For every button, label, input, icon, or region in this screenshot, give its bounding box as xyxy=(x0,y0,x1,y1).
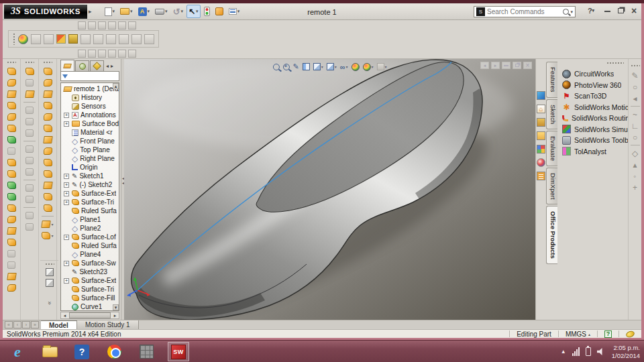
expand-toggle[interactable]: + xyxy=(64,278,69,284)
new-document-button[interactable]: ▾ xyxy=(103,5,117,18)
expand-toggle[interactable]: + xyxy=(64,261,69,266)
taskpane-tab-design-library[interactable] xyxy=(537,118,545,127)
surfaces-toolbar-left-tool-10[interactable] xyxy=(7,168,16,180)
minimize-doc-button[interactable] xyxy=(502,62,511,69)
final-render-button[interactable] xyxy=(93,34,103,44)
features-toolbar-middle-tool-3[interactable] xyxy=(25,88,34,100)
tree-item-annotations[interactable]: +AAnnotations xyxy=(63,111,119,119)
small-tool-12-icon[interactable] xyxy=(128,50,136,58)
tree-item-surface-ext[interactable]: +Surface-Ext xyxy=(63,276,119,285)
small-tool-1-icon[interactable] xyxy=(78,21,86,29)
surfaces-toolbar-left-tool-20[interactable] xyxy=(7,282,16,294)
tree-item-history[interactable]: History xyxy=(63,93,119,102)
addin-solidworks-motion[interactable]: ✱SolidWorks Motion xyxy=(557,102,628,113)
prev-tab-button[interactable]: ‹ xyxy=(13,321,21,328)
taskpane-tab-solidworks-resources[interactable]: ⌂ xyxy=(537,105,545,113)
taskpane-tab-appearances-scenes[interactable] xyxy=(537,158,545,167)
tab-dimxpert[interactable]: DimXpert xyxy=(546,168,557,205)
taskbar-button-bricks-app[interactable] xyxy=(136,342,157,361)
sketch-tool-1-icon[interactable]: ✎ xyxy=(631,70,638,81)
render-appearance-button[interactable] xyxy=(18,34,28,44)
surfaces-toolbar-right-tool-10[interactable] xyxy=(44,168,52,180)
tree-item-right-plane[interactable]: ◇Right Plane xyxy=(63,154,119,163)
view-orientation-button[interactable]: ▾ xyxy=(313,61,324,72)
help-button[interactable]: ?▾ xyxy=(584,6,598,15)
expand-toggle[interactable]: + xyxy=(64,200,69,205)
taskpane-tab-file-explorer[interactable] xyxy=(537,131,545,140)
new-document-dropdown-icon[interactable]: ▾ xyxy=(113,9,115,14)
tab-office-products[interactable]: Office Products xyxy=(546,206,557,264)
toolbar-drag-handle[interactable] xyxy=(7,61,16,64)
toolbar-drag-handle[interactable] xyxy=(25,61,34,64)
features-toolbar-middle-tool-14[interactable] xyxy=(25,194,34,205)
zoom-to-area-button[interactable] xyxy=(282,61,290,72)
surfaces-toolbar-left-tool-5[interactable] xyxy=(7,111,16,123)
rebuild-traffic-light-button[interactable] xyxy=(202,5,212,18)
wireframe-cube-icon[interactable] xyxy=(46,268,54,276)
taskpane-tab-custom-properties[interactable] xyxy=(537,172,545,180)
toolbar-overflow-chevron[interactable]: » xyxy=(46,301,52,303)
hscroll-thumb[interactable] xyxy=(69,312,111,318)
sketch-tool-10-icon[interactable]: + xyxy=(633,182,637,193)
addin-circuitworks[interactable]: CircuitWorks xyxy=(557,68,628,80)
features-toolbar-middle-tool-17[interactable] xyxy=(25,221,34,233)
sketch-tool-9-icon[interactable]: ◦ xyxy=(633,170,636,182)
surfaces-toolbar-left-tool-7[interactable] xyxy=(7,134,16,145)
sketch-tool-5-icon[interactable]: ∟ xyxy=(631,120,639,131)
previous-view-button[interactable]: ✎ xyxy=(292,61,299,72)
small-tool-2-icon[interactable] xyxy=(88,21,96,29)
surfaces-toolbar-left-tool-12[interactable] xyxy=(7,191,16,202)
small-tool-7-icon[interactable] xyxy=(78,50,86,58)
features-toolbar-middle-tool-11[interactable] xyxy=(25,166,34,178)
features-toolbar-middle-tool-5[interactable] xyxy=(25,105,34,116)
surfaces-toolbar-right-tool-15[interactable]: ▾ xyxy=(42,219,53,230)
small-tool-10-icon[interactable] xyxy=(108,50,116,58)
make-drawing-dropdown-icon[interactable]: ▾ xyxy=(148,9,150,14)
expand-toggle[interactable]: + xyxy=(64,191,69,196)
hidden-lines-cube-icon[interactable] xyxy=(46,279,54,287)
restore-button[interactable] xyxy=(616,6,625,15)
tree-item-sketch23[interactable]: ✎Sketch23 xyxy=(63,267,119,276)
battery-icon[interactable] xyxy=(586,347,591,356)
search-dropdown-icon[interactable]: ▾ xyxy=(570,9,573,15)
small-tool-6-icon[interactable] xyxy=(128,21,136,29)
search-icon[interactable] xyxy=(563,9,569,15)
quick-tips-icon[interactable]: ? xyxy=(604,330,612,338)
surfaces-toolbar-right-tool-1[interactable] xyxy=(44,66,52,77)
tab-features[interactable]: Features xyxy=(546,62,557,98)
addin-tolanalyst[interactable]: TolAnalyst xyxy=(557,146,628,158)
expand-toggle[interactable]: + xyxy=(64,182,69,188)
edit-appearance-view-button[interactable] xyxy=(351,61,360,72)
features-toolbar-middle-tool-6[interactable] xyxy=(25,116,34,127)
small-tool-11-icon[interactable] xyxy=(118,50,126,58)
tree-item-surface-tri[interactable]: Surface-Tri xyxy=(63,285,119,294)
tree-item-sensors[interactable]: Sensors xyxy=(63,102,119,111)
surfaces-toolbar-right-tool-9[interactable] xyxy=(44,157,52,168)
print-dropdown-icon[interactable]: ▾ xyxy=(165,9,168,14)
tree-item-ruled-surfa[interactable]: Ruled Surfa xyxy=(63,206,119,215)
features-toolbar-middle-tool-7[interactable] xyxy=(25,127,34,139)
undo-button[interactable]: ↺▾ xyxy=(171,5,185,18)
tree-horizontal-scrollbar[interactable]: ◂ ▸ xyxy=(60,312,119,319)
tree-item-top-plane[interactable]: ◇Top Plane xyxy=(63,145,119,154)
surfaces-toolbar-right-tool-13[interactable] xyxy=(44,202,52,214)
help-dropdown-icon[interactable]: ▾ xyxy=(592,8,595,13)
surfaces-toolbar-left-tool-15[interactable] xyxy=(7,225,16,237)
options-list-dropdown-icon[interactable]: ▾ xyxy=(237,9,240,14)
minimize-button[interactable] xyxy=(602,6,612,15)
view-orientation-dropdown-icon[interactable]: ▾ xyxy=(321,64,323,69)
tool-dropdown-icon[interactable]: ▾ xyxy=(51,222,53,227)
tabs-scroll-left[interactable]: ◂ xyxy=(106,63,109,69)
surfaces-toolbar-left-tool-8[interactable] xyxy=(7,145,15,157)
close-button[interactable]: × xyxy=(629,6,639,15)
network-icon[interactable] xyxy=(572,347,580,356)
tree-scroll-down[interactable]: ▾ xyxy=(113,304,119,310)
features-toolbar-middle-tool-2[interactable] xyxy=(25,77,34,88)
tree-item-surface-tri[interactable]: +Surface-Tri xyxy=(63,198,119,206)
last-tab-button[interactable]: » xyxy=(31,321,39,328)
view-settings-button[interactable]: ▾ xyxy=(376,61,388,72)
surfaces-toolbar-left-tool-17[interactable] xyxy=(7,248,15,259)
sketch-tool-4-icon[interactable]: ~ xyxy=(633,109,637,120)
features-toolbar-middle-tool-10[interactable] xyxy=(25,155,34,166)
undo-dropdown-icon[interactable]: ▾ xyxy=(181,9,184,14)
